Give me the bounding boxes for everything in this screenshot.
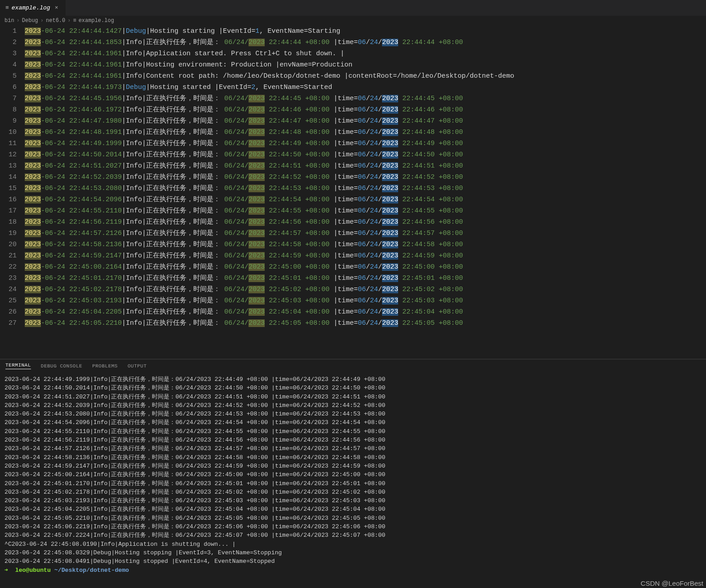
terminal-line: 2023-06-24 22:45:05.2210|Info|正在执行任务，时间是… — [4, 514, 702, 522]
code-line: 2023-06-24 22:44:44.1961|Info|Hosting en… — [25, 59, 706, 71]
line-number: 16 — [0, 194, 17, 205]
file-icon: ≡ — [73, 18, 76, 24]
code-line: 2023-06-24 22:45:05.2210|Info|正在执行任务，时间是… — [25, 318, 706, 329]
line-number: 18 — [0, 217, 17, 228]
code-line: 2023-06-24 22:44:53.2080|Info|正在执行任务，时间是… — [25, 183, 706, 194]
breadcrumb[interactable]: bin› Debug› net6.0› ≡ example.log — [0, 16, 706, 26]
code-line: 2023-06-24 22:44:45.1956|Info|正在执行任务，时间是… — [25, 93, 706, 104]
terminal-line: 2023-06-24 22:44:58.2136|Info|正在执行任务，时间是… — [4, 453, 702, 462]
code-line: 2023-06-24 22:44:50.2014|Info|正在执行任务，时间是… — [25, 149, 706, 160]
code-line: 2023-06-24 22:44:49.1999|Info|正在执行任务，时间是… — [25, 138, 706, 149]
chevron-right-icon: › — [17, 18, 20, 24]
terminal-line: 2023-06-24 22:44:50.2014|Info|正在执行任务，时间是… — [4, 384, 702, 392]
terminal-line: ^C2023-06-24 22:45:08.0190|Info|Applicat… — [4, 540, 702, 548]
tab-filename: example.log — [12, 4, 50, 11]
line-number: 7 — [0, 93, 17, 104]
code-line: 2023-06-24 22:44:54.2096|Info|正在执行任务，时间是… — [25, 194, 706, 205]
code-line: 2023-06-24 22:44:56.2119|Info|正在执行任务，时间是… — [25, 217, 706, 228]
code-line: 2023-06-24 22:45:02.2178|Info|正在执行任务，时间是… — [25, 284, 706, 295]
line-number: 3 — [0, 48, 17, 59]
code-line: 2023-06-24 22:44:44.1427|Debug|Hosting s… — [25, 26, 706, 37]
code-line: 2023-06-24 22:44:59.2147|Info|正在执行任务，时间是… — [25, 250, 706, 261]
terminal-line: 2023-06-24 22:44:55.2110|Info|正在执行任务，时间是… — [4, 427, 702, 436]
line-number: 20 — [0, 239, 17, 250]
line-number: 25 — [0, 295, 17, 306]
code-line: 2023-06-24 22:45:00.2164|Info|正在执行任务，时间是… — [25, 261, 706, 273]
line-number: 6 — [0, 82, 17, 93]
line-number: 2 — [0, 37, 17, 48]
terminal-line: 2023-06-24 22:45:00.2164|Info|正在执行任务，时间是… — [4, 470, 702, 479]
panel-tab-debug-console[interactable]: DEBUG CONSOLE — [41, 363, 82, 369]
line-number: 21 — [0, 250, 17, 261]
editor-tab-bar: ≡ example.log × — [0, 0, 706, 16]
chevron-right-icon: › — [67, 18, 71, 24]
line-number: 26 — [0, 306, 17, 318]
code-line: 2023-06-24 22:45:03.2193|Info|正在执行任务，时间是… — [25, 295, 706, 306]
file-icon: ≡ — [5, 4, 9, 11]
terminal-line: 2023-06-24 22:44:53.2080|Info|正在执行任务，时间是… — [4, 410, 702, 418]
breadcrumb-part[interactable]: Debug — [22, 18, 38, 24]
panel-tab-terminal[interactable]: TERMINAL — [5, 363, 31, 369]
line-number: 12 — [0, 149, 17, 160]
line-number: 24 — [0, 284, 17, 295]
code-line: 2023-06-24 22:44:44.1961|Info|Content ro… — [25, 71, 706, 82]
line-number-gutter: 1234567891011121314151617181920212223242… — [0, 26, 25, 359]
code-line: 2023-06-24 22:45:01.2170|Info|正在执行任务，时间是… — [25, 273, 706, 284]
panel-tab-problems[interactable]: PROBLEMS — [92, 363, 118, 369]
panel-tab-output[interactable]: OUTPUT — [128, 363, 147, 369]
line-number: 5 — [0, 71, 17, 82]
breadcrumb-part[interactable]: net6.0 — [46, 18, 65, 24]
line-number: 8 — [0, 104, 17, 115]
line-number: 27 — [0, 318, 17, 329]
panel-tab-bar: TERMINALDEBUG CONSOLEPROBLEMSOUTPUT — [0, 359, 706, 372]
terminal-line: 2023-06-24 22:44:52.2039|Info|正在执行任务，时间是… — [4, 401, 702, 410]
terminal-line: 2023-06-24 22:45:03.2193|Info|正在执行任务，时间是… — [4, 496, 702, 505]
code-line: 2023-06-24 22:44:46.1972|Info|正在执行任务，时间是… — [25, 104, 706, 115]
code-line: 2023-06-24 22:44:44.1973|Debug|Hosting s… — [25, 82, 706, 93]
breadcrumb-part[interactable]: bin — [4, 18, 14, 24]
chevron-right-icon: › — [40, 18, 44, 24]
close-icon[interactable]: × — [53, 4, 60, 11]
code-line: 2023-06-24 22:44:44.1853|Info|正在执行任务，时间是… — [25, 37, 706, 48]
code-line: 2023-06-24 22:44:55.2110|Info|正在执行任务，时间是… — [25, 205, 706, 217]
line-number: 9 — [0, 115, 17, 127]
terminal-line: 2023-06-24 22:44:54.2096|Info|正在执行任务，时间是… — [4, 418, 702, 427]
watermark: CSDN @LeoForBest — [641, 579, 703, 587]
code-line: 2023-06-24 22:44:52.2039|Info|正在执行任务，时间是… — [25, 172, 706, 183]
terminal-line: 2023-06-24 22:44:56.2119|Info|正在执行任务，时间是… — [4, 436, 702, 444]
line-number: 1 — [0, 26, 17, 37]
code-line: 2023-06-24 22:44:47.1980|Info|正在执行任务，时间是… — [25, 115, 706, 127]
code-line: 2023-06-24 22:44:44.1961|Info|Applicatio… — [25, 48, 706, 59]
terminal-line: 2023-06-24 22:45:04.2205|Info|正在执行任务，时间是… — [4, 505, 702, 513]
editor-area[interactable]: 1234567891011121314151617181920212223242… — [0, 26, 706, 359]
line-number: 13 — [0, 160, 17, 172]
line-number: 10 — [0, 127, 17, 138]
code-line: 2023-06-24 22:44:48.1991|Info|正在执行任务，时间是… — [25, 127, 706, 138]
terminal-output[interactable]: 2023-06-24 22:44:49.1999|Info|正在执行任务，时间是… — [0, 372, 706, 588]
line-number: 19 — [0, 228, 17, 239]
terminal-line: 2023-06-24 22:45:02.2178|Info|正在执行任务，时间是… — [4, 488, 702, 496]
editor-tab[interactable]: ≡ example.log × — [0, 0, 66, 16]
line-number: 22 — [0, 261, 17, 273]
line-number: 4 — [0, 59, 17, 71]
code-line: 2023-06-24 22:44:51.2027|Info|正在执行任务，时间是… — [25, 160, 706, 172]
terminal-line: 2023-06-24 22:45:06.2219|Info|正在执行任务，时间是… — [4, 522, 702, 531]
terminal-line: 2023-06-24 22:45:08.0491|Debug|Hosting s… — [4, 557, 702, 566]
terminal-line: 2023-06-24 22:44:49.1999|Info|正在执行任务，时间是… — [4, 375, 702, 384]
line-number: 23 — [0, 273, 17, 284]
terminal-line: 2023-06-24 22:45:07.2224|Info|正在执行任务，时间是… — [4, 531, 702, 539]
terminal-line: 2023-06-24 22:44:51.2027|Info|正在执行任务，时间是… — [4, 393, 702, 401]
code-content[interactable]: 2023-06-24 22:44:44.1427|Debug|Hosting s… — [25, 26, 706, 359]
terminal-line: 2023-06-24 22:45:01.2170|Info|正在执行任务，时间是… — [4, 479, 702, 488]
line-number: 15 — [0, 183, 17, 194]
terminal-prompt[interactable]: ➜ leo@ubuntu ~/Desktop/dotnet-demo — [4, 566, 702, 575]
line-number: 11 — [0, 138, 17, 149]
breadcrumb-file[interactable]: example.log — [79, 18, 114, 24]
line-number: 17 — [0, 205, 17, 217]
terminal-line: 2023-06-24 22:44:57.2126|Info|正在执行任务，时间是… — [4, 444, 702, 453]
terminal-line: 2023-06-24 22:45:08.0329|Debug|Hosting s… — [4, 548, 702, 557]
code-line: 2023-06-24 22:44:58.2136|Info|正在执行任务，时间是… — [25, 239, 706, 250]
code-line: 2023-06-24 22:45:04.2205|Info|正在执行任务，时间是… — [25, 306, 706, 318]
code-line: 2023-06-24 22:44:57.2126|Info|正在执行任务，时间是… — [25, 228, 706, 239]
terminal-line: 2023-06-24 22:44:59.2147|Info|正在执行任务，时间是… — [4, 462, 702, 470]
